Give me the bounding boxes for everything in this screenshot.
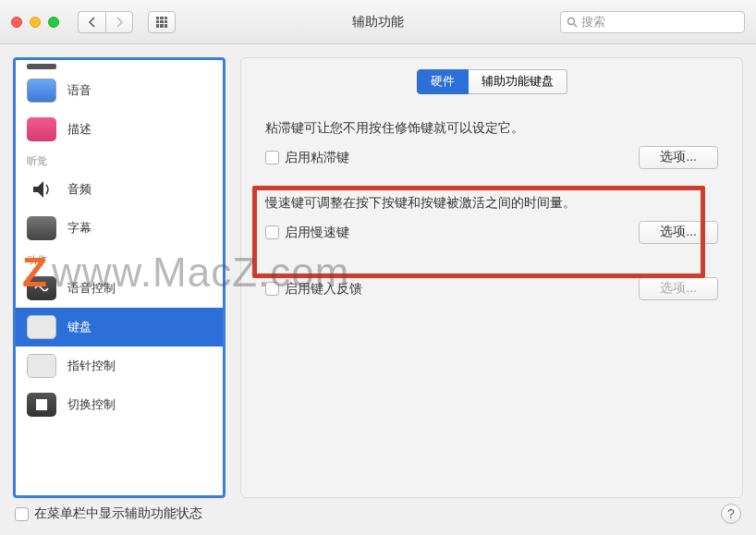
slow-keys-options-button[interactable]: 选项... (639, 221, 718, 244)
sidebar-item-label: 字幕 (67, 220, 91, 237)
keyboard-icon (27, 315, 56, 339)
help-button[interactable]: ? (721, 504, 741, 524)
tabs: 硬件 辅助功能键盘 (258, 69, 726, 94)
sidebar-item-label: 指针控制 (67, 358, 116, 374)
sidebar-item-keyboard[interactable]: 键盘 (16, 308, 223, 347)
search-input[interactable]: 搜索 (560, 11, 745, 33)
checkbox-label: 启用慢速键 (285, 225, 349, 241)
forward-button[interactable] (105, 11, 133, 33)
minimize-window-button[interactable] (30, 17, 41, 28)
svg-point-0 (568, 18, 575, 24)
sticky-keys-options-button[interactable]: 选项... (639, 146, 718, 169)
sidebar-item-label: 描述 (67, 121, 91, 138)
tab-hardware[interactable]: 硬件 (417, 69, 469, 94)
switch-icon (27, 393, 56, 417)
back-button[interactable] (78, 11, 105, 33)
voice-control-icon (27, 276, 56, 300)
feedback-options-button[interactable]: 选项... (639, 277, 718, 300)
slow-keys-checkbox[interactable]: 启用慢速键 (265, 225, 349, 241)
display-icon (27, 79, 56, 103)
sidebar-item-bar[interactable] (16, 64, 223, 71)
titlebar: 辅助功能 搜索 (0, 0, 756, 44)
sidebar-item-label: 语音 (67, 82, 91, 99)
tab-a11y-keyboard[interactable]: 辅助功能键盘 (469, 69, 567, 94)
content: 语音 描述 听觉 音频 字幕 动作 语音控制 键盘 指针控制 切换控制 硬件 辅… (0, 44, 756, 498)
sidebar-item-label: 音频 (67, 181, 91, 198)
sidebar-section-hearing: 听觉 (16, 149, 223, 170)
svg-line-1 (574, 24, 577, 27)
footer: 在菜单栏中显示辅助功能状态 ? (15, 504, 741, 524)
sidebar-section-action: 动作 (16, 248, 223, 269)
search-placeholder: 搜索 (581, 14, 605, 30)
sidebar-item-subtitle[interactable]: 字幕 (16, 209, 223, 248)
show-all-button[interactable] (148, 11, 176, 33)
sidebar-item-pointer[interactable]: 指针控制 (16, 347, 223, 385)
checkbox-icon (265, 225, 279, 239)
search-icon (567, 17, 578, 28)
nav-buttons (78, 11, 133, 33)
feedback-section: 启用键入反馈 选项... (258, 277, 726, 300)
slow-keys-section: 慢速键可调整在按下按键和按键被激活之间的时间量。 启用慢速键 选项... (258, 195, 726, 244)
sticky-keys-checkbox[interactable]: 启用粘滞键 (265, 150, 349, 166)
sidebar-item-audio[interactable]: 音频 (16, 170, 223, 209)
checkbox-icon (15, 507, 29, 521)
subtitle-icon (27, 216, 56, 240)
slow-keys-desc: 慢速键可调整在按下按键和按键被激活之间的时间量。 (265, 195, 718, 212)
sidebar-item-voice[interactable]: 语音 (16, 71, 223, 110)
sidebar-item-label: 切换控制 (67, 396, 116, 413)
checkbox-icon (265, 151, 279, 164)
sidebar: 语音 描述 听觉 音频 字幕 动作 语音控制 键盘 指针控制 切换控制 (13, 57, 226, 498)
mouse-icon (27, 354, 56, 378)
window-title: 辅助功能 (352, 14, 404, 30)
feedback-checkbox[interactable]: 启用键入反馈 (265, 281, 362, 298)
sidebar-item-voice-control[interactable]: 语音控制 (16, 269, 223, 308)
menubar-status-checkbox[interactable]: 在菜单栏中显示辅助功能状态 (15, 505, 202, 522)
sidebar-item-label: 键盘 (67, 319, 91, 335)
traffic-lights (11, 17, 59, 28)
checkbox-label: 在菜单栏中显示辅助功能状态 (34, 505, 202, 522)
sidebar-item-label: 语音控制 (67, 280, 116, 297)
main-panel: 硬件 辅助功能键盘 粘滞键可让您不用按住修饰键就可以设定它。 启用粘滞键 选项.… (240, 57, 743, 498)
checkbox-label: 启用粘滞键 (285, 150, 349, 166)
speaker-icon (27, 177, 56, 201)
checkbox-label: 启用键入反馈 (285, 281, 362, 298)
description-icon (27, 117, 56, 141)
zoom-window-button[interactable] (48, 17, 59, 28)
sidebar-item-switch[interactable]: 切换控制 (16, 385, 223, 424)
sticky-keys-section: 粘滞键可让您不用按住修饰键就可以设定它。 启用粘滞键 选项... (258, 120, 726, 169)
close-window-button[interactable] (11, 17, 22, 28)
sticky-keys-desc: 粘滞键可让您不用按住修饰键就可以设定它。 (265, 120, 718, 137)
sidebar-item-desc[interactable]: 描述 (16, 110, 223, 149)
checkbox-icon (265, 282, 279, 296)
